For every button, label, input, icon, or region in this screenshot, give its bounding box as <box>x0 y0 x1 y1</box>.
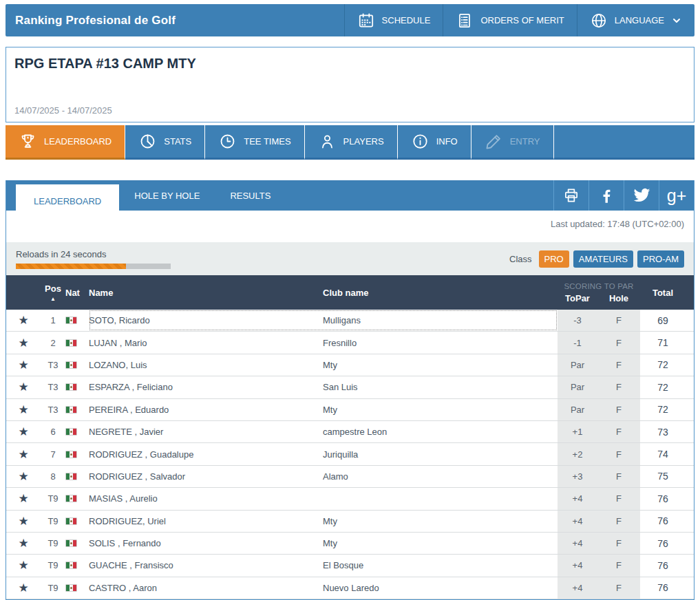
player-name-link[interactable]: LUJAN , Mario <box>89 338 323 348</box>
tab-bar-filler <box>554 125 694 160</box>
favorite-star-icon[interactable]: ★ <box>18 381 28 393</box>
site-title: Ranking Profesional de Golf <box>6 4 344 36</box>
printer-share-button[interactable] <box>553 180 588 211</box>
twitter-share-button[interactable] <box>624 180 659 211</box>
player-name-link[interactable]: LOZANO, Luis <box>89 360 323 370</box>
favorite-star-icon[interactable]: ★ <box>18 404 28 416</box>
table-row: ★T9RODRIGUEZ, UrielMty+4F76 <box>6 511 694 533</box>
tab-label-info: INFO <box>436 136 458 147</box>
player-name-link[interactable]: CASTRO , Aaron <box>89 583 323 593</box>
row-star-cell: ★ <box>6 577 41 599</box>
row-star-cell: ★ <box>6 332 41 353</box>
player-name-link[interactable]: GUACHE , Fransisco <box>89 560 323 570</box>
tab-players[interactable]: PLAYERS <box>305 125 398 160</box>
row-name-club: ESPARZA , FelicianoSan Luis <box>89 376 558 398</box>
player-name-link[interactable]: ESPARZA , Feliciano <box>89 382 323 392</box>
table-header-topar[interactable]: ToPar <box>558 293 597 303</box>
tab-stats[interactable]: STATS <box>125 125 205 160</box>
favorite-star-icon[interactable]: ★ <box>18 426 28 438</box>
favorite-star-icon[interactable]: ★ <box>18 559 28 571</box>
row-topar: +4 <box>558 511 597 532</box>
row-topar: -3 <box>558 310 597 331</box>
nav-item-orders-of-merit[interactable]: ORDERS OF MERIT <box>443 4 576 36</box>
row-hole: F <box>597 399 640 420</box>
table-header-hole[interactable]: Hole <box>597 293 640 303</box>
class-filter-amateurs[interactable]: AMATEURS <box>573 250 633 268</box>
nav-item-schedule[interactable]: SCHEDULE <box>344 4 443 36</box>
table-row: ★T3PEREIRA , EduardoMtyParF72 <box>6 399 694 421</box>
player-name-link[interactable]: RODRIGUEZ , Salvador <box>89 471 323 482</box>
row-name-club: CASTRO , AaronNuevo Laredo <box>89 577 558 599</box>
table-header-nat[interactable]: Nat <box>65 275 89 310</box>
row-hole: F <box>597 332 640 353</box>
tab-leaderboard[interactable]: LEADERBOARD <box>6 125 125 160</box>
table-header-name[interactable]: Name <box>89 288 323 298</box>
favorite-star-icon[interactable]: ★ <box>18 537 28 549</box>
player-name-link[interactable]: SOLIS , Fernando <box>89 538 323 548</box>
row-club-name: Nuevo Laredo <box>323 583 558 593</box>
row-hole: F <box>597 466 640 487</box>
googleplus-share-button[interactable]: g+ <box>659 180 694 211</box>
row-nat <box>65 399 89 420</box>
row-total: 76 <box>640 555 686 576</box>
favorite-star-icon[interactable]: ★ <box>18 582 28 594</box>
nav-item-language[interactable]: LANGUAGE <box>577 4 694 36</box>
tournament-card: RPG ETAPA #13 CAMP MTY 14/07/2025 - 14/0… <box>6 47 694 122</box>
row-club-name: Mty <box>323 516 558 526</box>
favorite-star-icon[interactable]: ★ <box>18 471 28 482</box>
favorite-star-icon[interactable]: ★ <box>18 449 28 460</box>
table-row: ★T9SOLIS , FernandoMty+4F76 <box>6 533 694 555</box>
class-filter-label: Class <box>509 254 532 264</box>
table-header-pos[interactable]: Pos ▲ <box>41 275 65 310</box>
row-club-name: Mulligans <box>323 315 558 325</box>
favorite-star-icon[interactable]: ★ <box>18 493 28 504</box>
row-pos: T9 <box>41 577 65 599</box>
table-row: ★2LUJAN , MarioFresnillo-1F71 <box>6 332 694 354</box>
clock-icon <box>218 132 237 151</box>
player-name-link[interactable]: PEREIRA , Eduardo <box>89 405 323 415</box>
favorite-star-icon[interactable]: ★ <box>18 359 28 371</box>
player-name-link[interactable]: NEGRETE , Javier <box>89 427 323 437</box>
row-topar: Par <box>558 399 597 420</box>
table-row: ★8RODRIGUEZ , SalvadorAlamo+3F75 <box>6 466 694 488</box>
row-topar: +4 <box>558 533 597 554</box>
globe-icon <box>590 12 608 30</box>
row-name-club: RODRIGUEZ , SalvadorAlamo <box>89 466 558 487</box>
tab-label-stats: STATS <box>164 136 191 147</box>
row-name-club: RODRIGUEZ, UrielMty <box>89 511 558 532</box>
facebook-share-button[interactable] <box>588 180 624 211</box>
page: Ranking Profesional de Golf SCHEDULEORDE… <box>0 0 700 600</box>
sub-tabs: LEADERBOARDHOLE BY HOLERESULTS <box>6 180 286 211</box>
subtab-results[interactable]: RESULTS <box>215 180 286 211</box>
player-name-link[interactable]: SOTO, Ricardo <box>89 315 323 325</box>
favorite-star-icon[interactable]: ★ <box>18 515 28 527</box>
row-total: 75 <box>640 466 686 487</box>
table-header-club[interactable]: Club name <box>323 288 558 298</box>
table-row: ★T9MASIAS , Aurelio+4F76 <box>6 488 694 510</box>
row-star-cell: ★ <box>6 555 41 576</box>
tab-tee-times[interactable]: TEE TIMES <box>205 125 304 160</box>
googleplus-icon: g+ <box>667 187 687 204</box>
player-name-link[interactable]: MASIAS , Aurelio <box>89 493 323 504</box>
favorite-star-icon[interactable]: ★ <box>18 314 28 326</box>
social-share-bar: g+ <box>553 180 694 211</box>
class-filter-pro[interactable]: PRO <box>539 250 569 268</box>
pencil-icon <box>485 132 503 151</box>
sort-ascending-icon: ▲ <box>50 296 56 302</box>
subtab-hole-by-hole[interactable]: HOLE BY HOLE <box>119 180 215 211</box>
row-hole: F <box>597 511 640 532</box>
row-name-club: MASIAS , Aurelio <box>89 488 558 509</box>
top-nav: SCHEDULEORDERS OF MERITLANGUAGE <box>344 4 694 36</box>
table-header-total[interactable]: Total <box>640 275 686 310</box>
table-header-scoring-group: SCORING TO PAR ToPar Hole <box>558 275 640 310</box>
tab-info[interactable]: INFO <box>398 125 471 160</box>
player-name-link[interactable]: RODRIGUEZ , Guadalupe <box>89 449 323 460</box>
row-nat <box>65 354 89 376</box>
row-star-cell: ★ <box>6 399 41 420</box>
player-name-link[interactable]: RODRIGUEZ, Uriel <box>89 516 323 526</box>
favorite-star-icon[interactable]: ★ <box>18 337 28 349</box>
stats-icon <box>138 132 157 151</box>
subtab-leaderboard[interactable]: LEADERBOARD <box>16 184 119 217</box>
class-filter-pro-am[interactable]: PRO-AM <box>637 250 684 268</box>
row-hole: F <box>597 533 640 554</box>
